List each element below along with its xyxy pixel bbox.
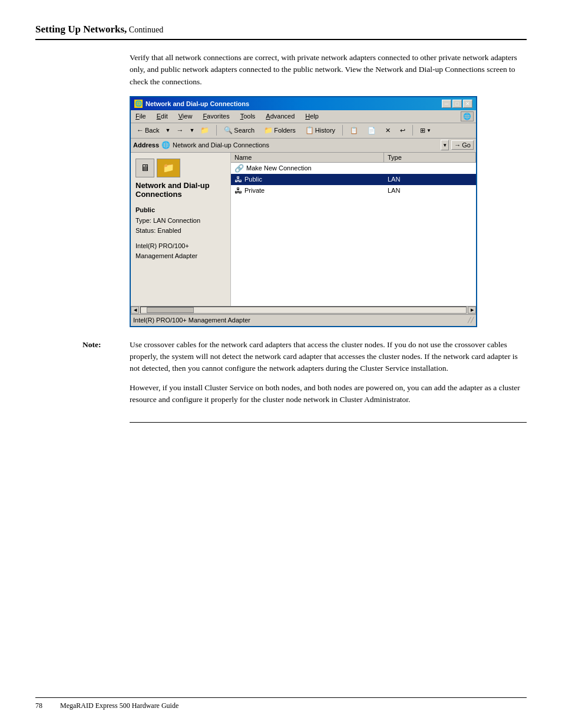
note-para-2: However, if you install Cluster Service … [130,382,527,406]
panel-section: Public Type: LAN Connection Status: Enab… [135,205,226,262]
back-dropdown[interactable]: ▼ [165,127,170,133]
panel-section-title: Public [135,205,226,216]
status-bar: Intel(R) PRO/100+ Management Adapter ╱╱ [131,314,476,326]
copy-icon: 📋 [350,127,358,134]
item-label-private: Private [244,187,265,194]
address-bar: Address 🌐 Network and Dial-up Connection… [131,139,476,153]
menu-advanced[interactable]: Advanced [263,111,297,121]
panel-adapter: Intel(R) PRO/100+ Management Adapter [135,241,226,262]
list-item[interactable]: 🖧 Public LAN [231,174,476,185]
views-icon: ⊞ [420,127,425,134]
item-name-private: 🖧 Private [231,186,384,196]
go-arrow-icon: → [454,141,461,149]
note-separator [130,422,527,423]
search-label: Search [234,127,254,134]
history-button[interactable]: 📋 History [302,124,339,136]
page-number: 78 [35,701,42,710]
main-content: 🖥 📁 Network and Dial-up Connections Publ… [131,153,476,306]
undo-button[interactable]: ↩ [396,125,409,136]
toolbar: ← Back ▼ → ▼ 📁 🔍 Search 📁 Folders 📋 Hist… [131,123,476,139]
address-icon: 🌐 [161,141,170,149]
toolbar-separator-3 [412,125,413,136]
menu-help[interactable]: Help [303,111,321,121]
heading-continued: Continued [127,25,163,34]
document-title: MegaRAID Express 500 Hardware Guide [60,701,178,710]
history-label: History [315,127,335,134]
toolbar-separator-2 [342,125,343,136]
back-label: Back [145,127,159,134]
item-name-make-new: 🔗 Make New Connection [231,163,384,173]
back-button[interactable]: ← Back [133,124,163,136]
menu-edit[interactable]: Edit [154,111,170,121]
menu-tools[interactable]: Tools [238,111,258,121]
close-button[interactable]: ✕ [463,100,472,108]
col-header-type[interactable]: Type [384,153,476,162]
item-type-private: LAN [384,186,476,195]
up-icon: 📁 [200,126,209,134]
network-dialog: 🌐 Network and Dial-up Connections ─ □ ✕ … [130,96,477,327]
menu-view[interactable]: View [176,111,195,121]
paste-icon: 📄 [368,127,376,134]
item-label-make-new: Make New Connection [246,164,312,172]
public-network-icon: 🖧 [234,175,242,184]
title-bar-left: 🌐 Network and Dial-up Connections [134,100,249,108]
views-button[interactable]: ⊞ ▼ [416,125,435,136]
forward-icon: → [176,126,183,134]
delete-icon: ✕ [385,127,391,134]
horizontal-scrollbar[interactable]: ◀ ▶ [131,306,476,314]
left-panel: 🖥 📁 Network and Dial-up Connections Publ… [131,153,231,306]
item-type-make-new [384,167,476,169]
dialog-title: Network and Dial-up Connections [146,100,249,107]
scroll-left-button[interactable]: ◀ [131,307,139,314]
intro-paragraph: Verify that all network connections are … [130,52,527,88]
folders-button[interactable]: 📁 Folders [260,124,299,136]
delete-button[interactable]: ✕ [382,125,394,136]
list-item[interactable]: 🔗 Make New Connection [231,163,476,174]
up-button[interactable]: 📁 [197,124,213,136]
right-panel: Name Type 🔗 Make New Connection 🖧 Public… [231,153,476,306]
title-bar: 🌐 Network and Dial-up Connections ─ □ ✕ [131,97,476,110]
menu-file[interactable]: File [133,111,148,121]
page-heading: Setting Up Networks, Continued [35,24,527,40]
scroll-right-button[interactable]: ▶ [468,307,476,314]
menu-favorites[interactable]: Favorites [200,111,232,121]
scrollbar-thumb[interactable] [147,307,194,313]
paste-button[interactable]: 📄 [364,125,379,136]
resize-grip[interactable]: ╱╱ [468,317,474,323]
address-value[interactable]: Network and Dial-up Connections [173,141,438,149]
item-type-public: LAN [384,175,476,183]
folders-icon: 📁 [264,126,273,134]
go-button[interactable]: → Go [451,140,474,150]
minimize-button[interactable]: ─ [442,100,451,108]
panel-type: Type: LAN Connection [135,216,226,226]
item-name-public: 🖧 Public [231,174,384,185]
list-item[interactable]: 🖧 Private LAN [231,185,476,196]
copy-button[interactable]: 📋 [346,125,362,136]
note-label: Note: [82,339,118,413]
go-label: Go [462,141,471,149]
private-network-icon: 🖧 [234,186,242,195]
panel-title: Network and Dial-up Connections [135,181,226,199]
list-header: Name Type [231,153,476,163]
window-controls[interactable]: ─ □ ✕ [442,100,472,108]
history-icon: 📋 [305,126,314,134]
footer-left: 78 MegaRAID Express 500 Hardware Guide [35,701,178,710]
page-footer: 78 MegaRAID Express 500 Hardware Guide [35,697,527,710]
col-header-name[interactable]: Name [231,153,384,162]
menu-bar: File Edit View Favorites Tools Advanced … [131,110,476,123]
scrollbar-track[interactable] [140,307,467,314]
forward-button[interactable]: → [173,124,187,136]
address-label: Address [133,141,159,149]
panel-status: Status: Enabled [135,226,226,236]
views-dropdown[interactable]: ▼ [427,128,431,133]
search-button[interactable]: 🔍 Search [220,124,258,136]
panel-icons: 🖥 📁 [135,159,226,177]
address-dropdown[interactable]: ▼ [441,140,449,150]
folder-icon: 📁 [157,159,180,177]
note-para-1: Use crossover cables for the network car… [130,339,527,375]
dialog-icon: 🌐 [134,100,143,108]
forward-dropdown[interactable]: ▼ [189,127,194,133]
undo-icon: ↩ [400,127,405,134]
search-icon: 🔍 [224,126,233,134]
restore-button[interactable]: □ [452,100,462,108]
